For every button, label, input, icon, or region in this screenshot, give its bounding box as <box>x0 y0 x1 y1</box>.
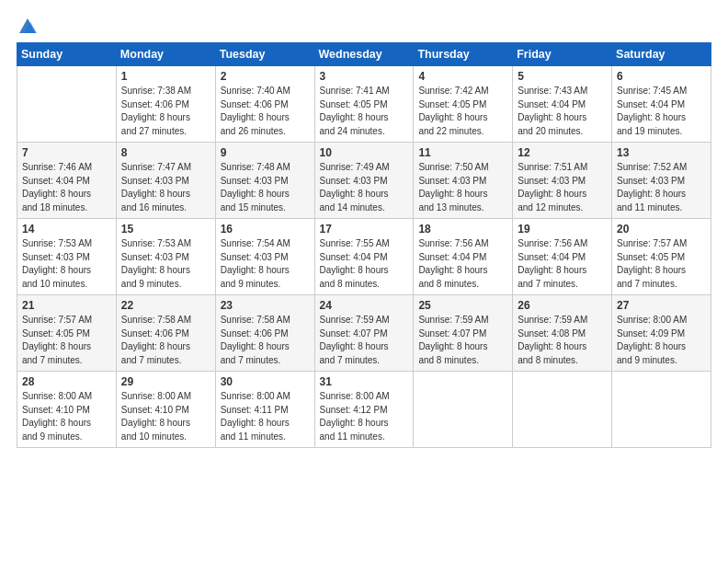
day-info: Sunrise: 7:57 AM Sunset: 4:05 PM Dayligh… <box>22 314 111 367</box>
day-cell: 22Sunrise: 7:58 AM Sunset: 4:06 PM Dayli… <box>116 295 215 372</box>
day-cell: 26Sunrise: 7:59 AM Sunset: 4:08 PM Dayli… <box>513 295 612 372</box>
day-cell: 4Sunrise: 7:42 AM Sunset: 4:05 PM Daylig… <box>414 66 513 143</box>
weekday-header-monday: Monday <box>116 43 215 66</box>
day-number: 6 <box>617 70 706 83</box>
day-info: Sunrise: 7:53 AM Sunset: 4:03 PM Dayligh… <box>121 237 210 291</box>
day-number: 7 <box>22 146 111 159</box>
day-cell: 9Sunrise: 7:48 AM Sunset: 4:03 PM Daylig… <box>215 143 314 219</box>
day-cell: 2Sunrise: 7:40 AM Sunset: 4:06 PM Daylig… <box>215 66 314 143</box>
day-cell: 17Sunrise: 7:55 AM Sunset: 4:04 PM Dayli… <box>314 219 414 295</box>
day-number: 24 <box>320 299 409 312</box>
day-info: Sunrise: 7:54 AM Sunset: 4:03 PM Dayligh… <box>221 237 310 291</box>
weekday-header-friday: Friday <box>513 43 612 66</box>
day-number: 29 <box>121 375 210 388</box>
day-info: Sunrise: 7:45 AM Sunset: 4:04 PM Dayligh… <box>617 85 706 138</box>
day-number: 22 <box>121 299 210 312</box>
day-info: Sunrise: 7:43 AM Sunset: 4:04 PM Dayligh… <box>518 85 607 138</box>
day-cell: 3Sunrise: 7:41 AM Sunset: 4:05 PM Daylig… <box>314 66 414 143</box>
day-cell: 14Sunrise: 7:53 AM Sunset: 4:03 PM Dayli… <box>17 219 117 295</box>
weekday-header-sunday: Sunday <box>17 43 117 66</box>
day-cell: 12Sunrise: 7:51 AM Sunset: 4:03 PM Dayli… <box>513 143 612 219</box>
day-cell: 5Sunrise: 7:43 AM Sunset: 4:04 PM Daylig… <box>513 66 612 143</box>
day-number: 16 <box>221 223 310 236</box>
week-row-5: 28Sunrise: 8:00 AM Sunset: 4:10 PM Dayli… <box>17 372 711 448</box>
day-number: 9 <box>221 146 310 159</box>
day-cell: 30Sunrise: 8:00 AM Sunset: 4:11 PM Dayli… <box>215 372 314 448</box>
calendar: SundayMondayTuesdayWednesdayThursdayFrid… <box>17 42 711 448</box>
day-number: 3 <box>320 70 409 83</box>
day-cell: 24Sunrise: 7:59 AM Sunset: 4:07 PM Dayli… <box>314 295 414 372</box>
day-cell: 11Sunrise: 7:50 AM Sunset: 4:03 PM Dayli… <box>414 143 513 219</box>
day-info: Sunrise: 7:41 AM Sunset: 4:05 PM Dayligh… <box>320 85 409 138</box>
logo <box>17 17 38 37</box>
day-number: 21 <box>22 299 111 312</box>
day-cell: 31Sunrise: 8:00 AM Sunset: 4:12 PM Dayli… <box>314 372 414 448</box>
day-number: 14 <box>22 223 111 236</box>
day-info: Sunrise: 8:00 AM Sunset: 4:10 PM Dayligh… <box>22 390 111 443</box>
day-info: Sunrise: 7:55 AM Sunset: 4:04 PM Dayligh… <box>320 237 409 291</box>
day-info: Sunrise: 7:42 AM Sunset: 4:05 PM Dayligh… <box>418 85 507 138</box>
day-cell: 6Sunrise: 7:45 AM Sunset: 4:04 PM Daylig… <box>612 66 711 143</box>
day-number: 30 <box>221 375 310 388</box>
day-info: Sunrise: 7:56 AM Sunset: 4:04 PM Dayligh… <box>518 237 607 291</box>
day-info: Sunrise: 8:00 AM Sunset: 4:10 PM Dayligh… <box>121 390 210 443</box>
weekday-header-thursday: Thursday <box>414 43 513 66</box>
day-info: Sunrise: 7:58 AM Sunset: 4:06 PM Dayligh… <box>121 314 210 367</box>
day-info: Sunrise: 7:46 AM Sunset: 4:04 PM Dayligh… <box>22 161 111 214</box>
day-cell: 19Sunrise: 7:56 AM Sunset: 4:04 PM Dayli… <box>513 219 612 295</box>
day-info: Sunrise: 7:50 AM Sunset: 4:03 PM Dayligh… <box>418 161 507 214</box>
day-number: 31 <box>320 375 409 388</box>
day-number: 28 <box>22 375 111 388</box>
day-number: 27 <box>617 299 706 312</box>
day-info: Sunrise: 7:56 AM Sunset: 4:04 PM Dayligh… <box>418 237 507 291</box>
logo-icon <box>17 17 38 37</box>
day-number: 5 <box>518 70 607 83</box>
day-number: 19 <box>518 223 607 236</box>
day-number: 10 <box>320 146 409 159</box>
day-number: 11 <box>418 146 507 159</box>
day-number: 12 <box>518 146 607 159</box>
day-info: Sunrise: 7:49 AM Sunset: 4:03 PM Dayligh… <box>320 161 409 214</box>
day-info: Sunrise: 7:57 AM Sunset: 4:05 PM Dayligh… <box>617 237 706 291</box>
day-info: Sunrise: 7:47 AM Sunset: 4:03 PM Dayligh… <box>121 161 210 214</box>
day-cell: 27Sunrise: 8:00 AM Sunset: 4:09 PM Dayli… <box>612 295 711 372</box>
weekday-header-tuesday: Tuesday <box>215 43 314 66</box>
day-info: Sunrise: 7:52 AM Sunset: 4:03 PM Dayligh… <box>617 161 706 214</box>
day-info: Sunrise: 7:59 AM Sunset: 4:08 PM Dayligh… <box>518 314 607 367</box>
day-number: 1 <box>121 70 210 83</box>
day-cell: 1Sunrise: 7:38 AM Sunset: 4:06 PM Daylig… <box>116 66 215 143</box>
day-number: 4 <box>418 70 507 83</box>
week-row-1: 1Sunrise: 7:38 AM Sunset: 4:06 PM Daylig… <box>17 66 711 143</box>
day-info: Sunrise: 7:58 AM Sunset: 4:06 PM Dayligh… <box>221 314 310 367</box>
day-number: 17 <box>320 223 409 236</box>
day-number: 2 <box>221 70 310 83</box>
day-cell <box>513 372 612 448</box>
day-info: Sunrise: 7:59 AM Sunset: 4:07 PM Dayligh… <box>418 314 507 367</box>
day-cell: 29Sunrise: 8:00 AM Sunset: 4:10 PM Dayli… <box>116 372 215 448</box>
day-cell <box>17 66 117 143</box>
day-cell: 25Sunrise: 7:59 AM Sunset: 4:07 PM Dayli… <box>414 295 513 372</box>
day-cell: 15Sunrise: 7:53 AM Sunset: 4:03 PM Dayli… <box>116 219 215 295</box>
day-info: Sunrise: 7:48 AM Sunset: 4:03 PM Dayligh… <box>221 161 310 214</box>
week-row-4: 21Sunrise: 7:57 AM Sunset: 4:05 PM Dayli… <box>17 295 711 372</box>
day-info: Sunrise: 8:00 AM Sunset: 4:11 PM Dayligh… <box>221 390 310 443</box>
day-cell: 28Sunrise: 8:00 AM Sunset: 4:10 PM Dayli… <box>17 372 117 448</box>
day-info: Sunrise: 7:59 AM Sunset: 4:07 PM Dayligh… <box>320 314 409 367</box>
day-number: 13 <box>617 146 706 159</box>
day-cell: 18Sunrise: 7:56 AM Sunset: 4:04 PM Dayli… <box>414 219 513 295</box>
weekday-header-row: SundayMondayTuesdayWednesdayThursdayFrid… <box>17 43 711 66</box>
day-number: 18 <box>418 223 507 236</box>
day-cell: 16Sunrise: 7:54 AM Sunset: 4:03 PM Dayli… <box>215 219 314 295</box>
week-row-3: 14Sunrise: 7:53 AM Sunset: 4:03 PM Dayli… <box>17 219 711 295</box>
page: SundayMondayTuesdayWednesdayThursdayFrid… <box>0 0 728 563</box>
day-cell: 10Sunrise: 7:49 AM Sunset: 4:03 PM Dayli… <box>314 143 414 219</box>
week-row-2: 7Sunrise: 7:46 AM Sunset: 4:04 PM Daylig… <box>17 143 711 219</box>
day-info: Sunrise: 7:51 AM Sunset: 4:03 PM Dayligh… <box>518 161 607 214</box>
header <box>17 17 711 37</box>
day-number: 15 <box>121 223 210 236</box>
day-number: 26 <box>518 299 607 312</box>
day-info: Sunrise: 7:53 AM Sunset: 4:03 PM Dayligh… <box>22 237 111 291</box>
day-cell: 8Sunrise: 7:47 AM Sunset: 4:03 PM Daylig… <box>116 143 215 219</box>
day-info: Sunrise: 8:00 AM Sunset: 4:12 PM Dayligh… <box>320 390 409 443</box>
day-cell <box>612 372 711 448</box>
